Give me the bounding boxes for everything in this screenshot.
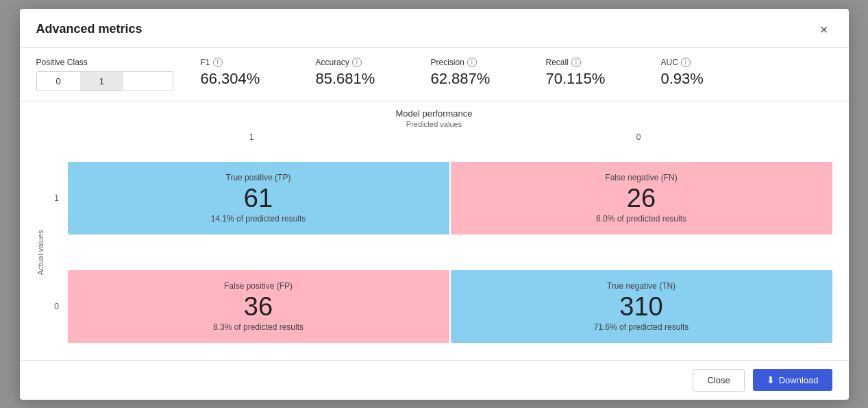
fp-percent: 8.3% of predicted results [213, 322, 303, 332]
row-label-1: 1 [50, 193, 64, 203]
close-button[interactable]: Close [693, 369, 744, 392]
precision-info-icon[interactable]: i [467, 58, 477, 67]
metric-accuracy: Accuracy i 85.681% [316, 58, 398, 88]
modal-footer: Close ⬇ Download [20, 360, 849, 400]
fn-number: 26 [627, 185, 656, 211]
download-button[interactable]: ⬇ Download [753, 369, 832, 391]
modal-overlay: Advanced metrics × Positive Class 0 1 F1… [0, 0, 868, 408]
metric-auc-value: 0.93% [661, 70, 743, 88]
metric-accuracy-value: 85.681% [316, 70, 398, 88]
cell-false-positive: False positive (FP) 36 8.3% of predicted… [68, 270, 449, 343]
accuracy-info-icon[interactable]: i [352, 58, 362, 67]
cell-true-negative: True negative (TN) 310 71.6% of predicte… [451, 270, 832, 343]
f1-info-icon[interactable]: i [213, 58, 223, 67]
metric-f1: F1 i 66.304% [201, 58, 283, 88]
positive-class-1-button[interactable]: 1 [80, 72, 123, 91]
modal-close-button[interactable]: × [816, 21, 832, 38]
tp-percent: 14.1% of predicted results [211, 214, 306, 224]
metric-precision: Precision i 62.887% [431, 58, 513, 88]
predicted-values-label: Predicted values [36, 120, 832, 128]
metric-accuracy-label: Accuracy i [316, 58, 398, 67]
metric-auc-label: AUC i [661, 58, 743, 67]
fn-percent: 6.0% of predicted results [596, 214, 686, 224]
metrics-row: Positive Class 0 1 F1 i 66.304% Accuracy… [20, 48, 849, 101]
chart-title: Model performance [36, 108, 832, 119]
positive-class-section: Positive Class 0 1 [36, 58, 173, 91]
tp-label: True positive (TP) [226, 173, 291, 182]
metric-precision-label: Precision i [431, 58, 513, 67]
metric-f1-value: 66.304% [201, 70, 283, 88]
positive-class-buttons: 0 1 [36, 71, 173, 91]
cell-false-negative: False negative (FN) 26 6.0% of predicted… [451, 162, 832, 235]
positive-class-0-button[interactable]: 0 [37, 72, 80, 91]
metric-auc: AUC i 0.93% [661, 58, 743, 88]
download-label: Download [779, 375, 819, 385]
modal-title: Advanced metrics [36, 22, 142, 36]
metric-recall-value: 70.115% [546, 70, 628, 88]
modal-header: Advanced metrics × [20, 9, 849, 48]
tp-number: 61 [244, 185, 273, 211]
chart-section: Model performance Predicted values 1 0 A… [20, 101, 849, 360]
tn-label: True negative (TN) [607, 281, 675, 291]
matrix-row-1: 1 True positive (TP) 61 14.1% of predict… [50, 145, 832, 252]
download-icon: ⬇ [767, 374, 775, 385]
tn-percent: 71.6% of predicted results [594, 322, 689, 332]
metric-precision-value: 62.887% [431, 70, 513, 88]
col-label-1: 1 [58, 132, 445, 142]
actual-values-label: Actual values [36, 145, 45, 360]
fp-label: False positive (FP) [224, 281, 293, 291]
confusion-matrix-container: Actual values 1 True positive (TP) 61 14… [36, 145, 832, 360]
matrix-col-labels: 1 0 [58, 132, 832, 145]
cell-true-positive: True positive (TP) 61 14.1% of predicted… [68, 162, 449, 235]
recall-info-icon[interactable]: i [571, 58, 581, 67]
tn-number: 310 [619, 293, 662, 320]
advanced-metrics-modal: Advanced metrics × Positive Class 0 1 F1… [20, 9, 849, 400]
matrix-row-0: 0 False positive (FP) 36 8.3% of predict… [50, 253, 832, 360]
row-label-0: 0 [50, 302, 64, 311]
metric-recall-label: Recall i [546, 58, 628, 67]
fp-number: 36 [244, 293, 273, 320]
metric-recall: Recall i 70.115% [546, 58, 628, 88]
auc-info-icon[interactable]: i [681, 58, 691, 67]
positive-class-label: Positive Class [36, 58, 173, 67]
fn-label: False negative (FN) [605, 173, 677, 182]
matrix-area: 1 True positive (TP) 61 14.1% of predict… [50, 145, 832, 360]
metric-f1-label: F1 i [201, 58, 283, 67]
col-label-0: 0 [445, 132, 832, 142]
